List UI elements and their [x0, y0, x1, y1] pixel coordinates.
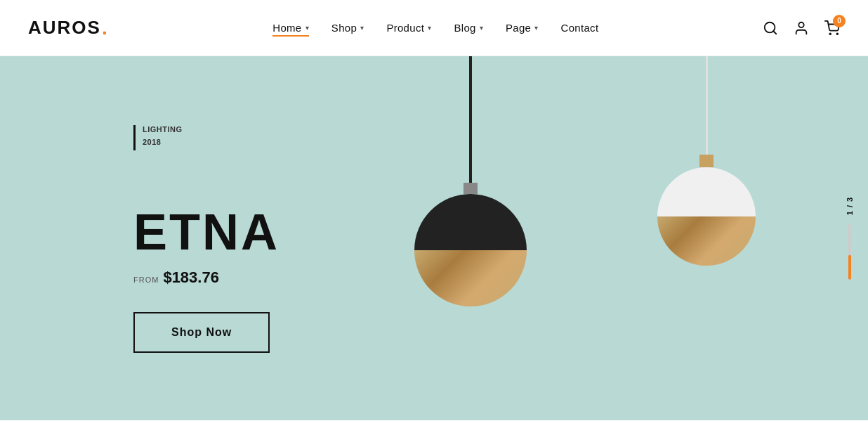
nav-item-shop[interactable]: Shop ▾: [331, 22, 364, 34]
hero-price: FROM $183.76: [133, 268, 280, 287]
nav-label-product: Product: [386, 22, 424, 34]
nav-label-blog: Blog: [454, 22, 475, 34]
svg-line-1: [773, 31, 776, 34]
nav-item-blog[interactable]: Blog ▾: [454, 22, 483, 34]
chevron-down-icon: ▾: [534, 24, 538, 32]
category-label: LIGHTING 2018: [143, 124, 183, 148]
logo-dot: .: [102, 17, 109, 39]
lamp-bottom-white: [657, 216, 756, 266]
price-from-label: FROM: [133, 276, 159, 284]
slide-total: 3: [846, 197, 854, 202]
lamp-cord-white: [706, 56, 708, 155]
nav-item-home[interactable]: Home ▾: [272, 22, 309, 34]
slide-separator: /: [846, 205, 854, 207]
svg-point-3: [829, 33, 831, 34]
slide-current: 1: [846, 210, 854, 215]
nav-label-page: Page: [506, 22, 531, 34]
main-nav: Home ▾ Shop ▾ Product ▾ Blog ▾ Page ▾ Co…: [272, 22, 598, 34]
lamp-connector-white: [699, 155, 714, 167]
header-icons: 0: [763, 20, 840, 36]
lamp-top-black: [414, 194, 527, 250]
hero-content: LIGHTING 2018 ETNA FROM $183.76 Shop Now: [0, 124, 280, 353]
nav-list: Home ▾ Shop ▾ Product ▾ Blog ▾ Page ▾ Co…: [272, 22, 598, 34]
category-bar-decoration: [133, 125, 136, 150]
account-button[interactable]: [794, 20, 809, 36]
nav-label-shop: Shop: [331, 22, 357, 34]
lamp-connector-black: [463, 183, 478, 194]
header: AUROS . Home ▾ Shop ▾ Product ▾ Blog ▾ P…: [0, 0, 868, 56]
hero-category: LIGHTING 2018: [133, 124, 280, 150]
brand-logo[interactable]: AUROS .: [28, 17, 109, 39]
hero-title: ETNA: [133, 207, 280, 257]
cart-button[interactable]: 0: [824, 20, 840, 36]
category-year: 2018: [143, 138, 161, 146]
nav-item-contact[interactable]: Contact: [561, 22, 599, 34]
nav-label-contact: Contact: [561, 22, 599, 34]
lamp-cord-black: [469, 56, 472, 183]
svg-point-4: [836, 33, 838, 34]
lamp-body-black: [414, 194, 527, 306]
nav-item-page[interactable]: Page ▾: [506, 22, 539, 34]
search-button[interactable]: [763, 20, 778, 36]
nav-label-home: Home: [272, 22, 301, 34]
chevron-down-icon: ▾: [480, 24, 483, 32]
shop-now-button[interactable]: Shop Now: [133, 312, 270, 353]
category-name: LIGHTING: [143, 125, 183, 134]
logo-text: AUROS: [28, 17, 101, 39]
search-icon: [763, 20, 778, 36]
chevron-down-icon: ▾: [428, 24, 431, 32]
cart-count-badge: 0: [833, 15, 846, 27]
price-value: $183.76: [163, 268, 219, 287]
slide-counter: 1 / 3: [846, 197, 854, 215]
slide-progress-bar: [848, 224, 851, 280]
lamp-body-white: [657, 167, 756, 266]
lamp-white: [657, 56, 756, 266]
chevron-down-icon: ▾: [360, 24, 364, 32]
slide-indicator: 1 / 3: [846, 197, 854, 280]
lamp-top-white: [657, 167, 756, 216]
lamp-bottom-black: [414, 250, 527, 306]
chevron-down-icon: ▾: [305, 24, 309, 32]
slide-progress-fill: [848, 255, 851, 280]
lamp-black: [414, 56, 527, 306]
svg-point-2: [798, 22, 803, 27]
user-icon: [794, 20, 809, 36]
hero-section: LIGHTING 2018 ETNA FROM $183.76 Shop Now: [0, 56, 868, 420]
nav-item-product[interactable]: Product ▾: [386, 22, 431, 34]
